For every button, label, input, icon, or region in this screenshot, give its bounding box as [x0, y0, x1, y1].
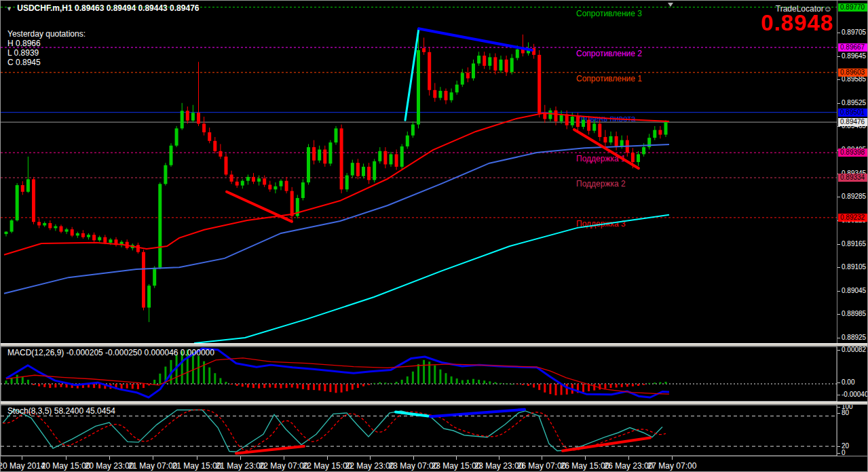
- macd-histogram-bar: [637, 384, 639, 386]
- macd-histogram-bar: [197, 356, 200, 384]
- candle-body: [16, 185, 19, 220]
- pane-separator-2[interactable]: [1, 401, 868, 405]
- stoch-trend-red-right[interactable]: [563, 437, 650, 450]
- stoch-indicator-label: Stoch(8,3,5) 58.2400 45.0454: [7, 406, 115, 416]
- ma-slow-cyan: [194, 215, 669, 343]
- stoch-trend-blue[interactable]: [430, 410, 525, 416]
- candle-body: [631, 153, 635, 162]
- macd-histogram-bar: [396, 382, 398, 384]
- candle-body: [438, 91, 442, 98]
- macd-histogram-bar: [373, 383, 375, 384]
- stoch-trend-cyan[interactable]: [396, 412, 428, 416]
- macd-histogram-bar: [49, 384, 51, 388]
- price-badge-resistance-1: 0.89603: [838, 68, 868, 77]
- candle-body: [60, 227, 63, 232]
- macd-histogram-bar: [417, 364, 419, 384]
- candle-body: [318, 149, 321, 160]
- macd-histogram-bar: [483, 380, 485, 384]
- candle-body: [433, 90, 436, 98]
- trend-blue-down[interactable]: [419, 28, 532, 50]
- candle-body: [390, 154, 393, 164]
- macd-histogram-bar: [269, 384, 271, 387]
- macd-histogram-bar: [489, 381, 491, 384]
- candle-body: [71, 229, 74, 235]
- macd-histogram-bar: [16, 375, 18, 384]
- macd-histogram-bar: [27, 380, 29, 384]
- symbol-timeframe-label: USDCHF.m,H1: [17, 3, 72, 13]
- last-bar-marker-icon: [668, 3, 673, 7]
- macd-histogram-bar: [231, 384, 233, 385]
- macd-histogram-bar: [500, 383, 502, 384]
- macd-histogram-bar: [538, 384, 540, 390]
- time-axis-tick: [197, 456, 197, 460]
- macd-histogram-bar: [544, 384, 546, 393]
- chart-menu-triangle-icon[interactable]: ▼: [6, 5, 12, 12]
- yesterday-quotations-block: Yesterday quotations: H 0.8966 L 0.8939 …: [7, 29, 86, 67]
- main-price-chart[interactable]: Сопротивление 3Сопротивление 2Сопротивле…: [1, 1, 837, 343]
- time-axis-tick: [153, 456, 153, 460]
- trend-red-mid[interactable]: [227, 192, 292, 222]
- macd-histogram-bar: [610, 384, 612, 388]
- time-axis-tick: [22, 456, 22, 460]
- time-axis-label: 20 May 23:00: [85, 461, 134, 471]
- time-axis-label: 20 May 15:00: [41, 461, 91, 471]
- candle-body: [587, 120, 590, 131]
- stochastic-pane[interactable]: [1, 405, 837, 456]
- candle-body: [175, 128, 178, 145]
- candle-body: [598, 123, 601, 137]
- candle-body: [186, 111, 189, 120]
- macd-histogram-bar: [22, 376, 24, 384]
- axis-tick: [837, 338, 840, 338]
- candle-body: [92, 235, 96, 240]
- macd-histogram-bar: [621, 384, 623, 387]
- time-axis-label: 20 May 2014: [0, 461, 45, 471]
- candle-body: [197, 113, 200, 123]
- candle-body: [483, 56, 486, 66]
- candle-body: [472, 64, 475, 79]
- stoch-d-line: [3, 410, 666, 450]
- price-axis[interactable]: 0.897050.896450.895850.895250.894650.894…: [837, 1, 868, 456]
- price-tick-label: 0.89285: [842, 193, 866, 200]
- candle-body: [109, 239, 112, 243]
- macd-histogram-bar: [60, 384, 62, 387]
- candle-body: [241, 181, 244, 186]
- macd-histogram-bar: [121, 384, 123, 389]
- macd-histogram-bar: [43, 384, 45, 387]
- axis-tick: [837, 291, 840, 292]
- time-axis-label: 22 May 23:00: [345, 461, 395, 471]
- macd-histogram-bar: [247, 384, 249, 387]
- macd-histogram-bar: [132, 384, 134, 389]
- macd-histogram-bar: [274, 384, 276, 388]
- chart-title-row: ▼ USDCHF.m,H1 0.89463 0.89494 0.89443 0.…: [6, 3, 199, 13]
- candle-body: [445, 91, 448, 100]
- candle-body: [345, 176, 349, 190]
- axis-tick: [837, 382, 840, 383]
- stoch-trend-red-left[interactable]: [236, 446, 304, 453]
- time-axis-tick: [66, 456, 67, 460]
- pane-separator-1[interactable]: [1, 343, 868, 347]
- macd-histogram-bar: [258, 384, 260, 389]
- price-tick-label: 0.89705: [842, 28, 866, 36]
- macd-histogram-bar: [549, 384, 551, 394]
- candle-body: [103, 237, 107, 243]
- candle-body: [516, 50, 519, 58]
- macd-name: MACD(12,26,9): [7, 348, 64, 357]
- candle-body: [235, 182, 239, 186]
- macd-histogram-bar: [527, 384, 529, 386]
- candle-body: [328, 142, 332, 163]
- candle-body: [450, 92, 453, 100]
- time-axis-label: 26 May 07:00: [517, 461, 567, 471]
- macd-histogram-bar: [632, 384, 634, 387]
- candle-body: [565, 115, 569, 125]
- macd-histogram-bar: [407, 376, 409, 384]
- time-axis-tick: [370, 456, 371, 460]
- axis-tick: [837, 267, 840, 268]
- yesterday-high: H 0.8966: [7, 39, 86, 48]
- candle-body: [142, 252, 145, 308]
- candle-body: [395, 154, 398, 166]
- candle-body: [592, 123, 596, 130]
- candle-body: [65, 229, 69, 231]
- time-axis[interactable]: 20 May 201420 May 15:0020 May 23:0021 Ma…: [1, 456, 868, 472]
- candle-body: [164, 165, 167, 184]
- axis-tick: [837, 56, 840, 57]
